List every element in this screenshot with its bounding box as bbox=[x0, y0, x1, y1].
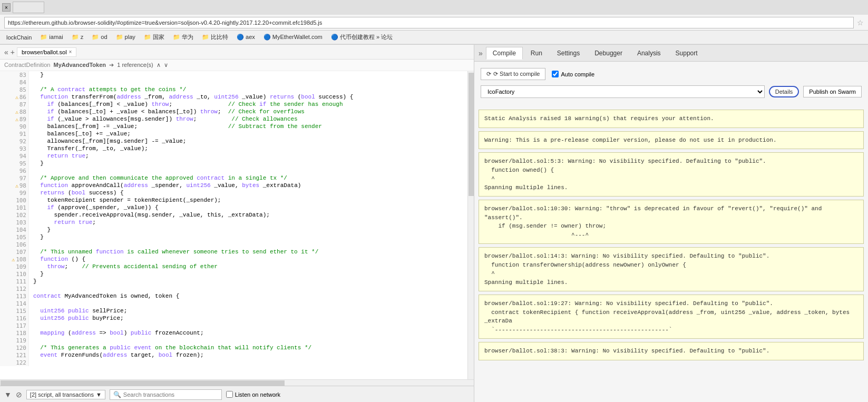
bookmark-guojia[interactable]: 📁 国家 bbox=[141, 32, 168, 42]
details-button[interactable]: Details bbox=[769, 86, 799, 97]
line-number-107: 107 bbox=[16, 249, 26, 256]
address-bar: ☆ bbox=[0, 15, 868, 31]
code-line-117: 117 bbox=[0, 322, 467, 329]
line-number-111: 111 bbox=[16, 278, 26, 285]
line-number-121: 121 bbox=[16, 352, 26, 359]
line-number-122: 122 bbox=[16, 359, 26, 366]
collapse-left-button[interactable]: « bbox=[4, 48, 8, 56]
horizontal-scrollbar[interactable] bbox=[0, 379, 474, 386]
line-text-90: balances[_from] -= _value; // Subtract f… bbox=[29, 123, 322, 130]
line-gutter-106: 106 bbox=[0, 241, 29, 248]
line-gutter-95: 95 bbox=[0, 160, 29, 167]
code-line-103: 103 return true; bbox=[0, 219, 467, 226]
start-compile-button[interactable]: ⟳ ⟳ Start to compile bbox=[481, 68, 545, 80]
bookmark-lockchain[interactable]: lockChain bbox=[3, 33, 35, 42]
visibility-warning-2-text: browser/ballot.sol:14:3: Warning: No vis… bbox=[484, 252, 858, 287]
tab-support[interactable]: Support bbox=[669, 47, 705, 60]
code-line-91: 91 balances[_to] += _value; bbox=[0, 130, 467, 138]
line-text-106 bbox=[29, 241, 33, 248]
code-line-104: 104 } bbox=[0, 226, 467, 233]
line-gutter-87: 87 bbox=[0, 101, 29, 108]
line-number-98: 98 bbox=[19, 182, 26, 189]
line-number-114: 114 bbox=[16, 300, 26, 307]
bookmark-bibite[interactable]: 📁 比比特 bbox=[199, 32, 231, 42]
bookmark-aex[interactable]: 🔵 aex bbox=[233, 33, 258, 42]
visibility-warning-4: browser/ballot.sol:38:3: Warning: No vis… bbox=[479, 342, 864, 360]
bookmark-play[interactable]: 📁 play bbox=[113, 33, 139, 42]
code-area: 83 }8485 /* A contract attempts to get t… bbox=[0, 71, 474, 379]
bookmark-od[interactable]: 📁 od bbox=[89, 33, 110, 42]
tab-settings[interactable]: Settings bbox=[550, 47, 587, 60]
line-number-116: 116 bbox=[16, 315, 26, 322]
bookmark-token-tutorial[interactable]: 🔵 代币创建教程 » 论坛 bbox=[328, 32, 396, 42]
line-gutter-102: 102 bbox=[0, 211, 29, 219]
prerelease-warning: Warning: This is a pre-release compiler … bbox=[479, 131, 864, 150]
visibility-warning-1-text: browser/ballot.sol:5:3: Warning: No visi… bbox=[484, 157, 858, 192]
code-line-111: 111} bbox=[0, 278, 467, 285]
bookmark-huawei[interactable]: 📁 华为 bbox=[170, 32, 197, 42]
h-scroll-thumb[interactable] bbox=[1, 380, 285, 386]
tab-analysis[interactable]: Analysis bbox=[630, 47, 668, 60]
listen-network-checkbox[interactable] bbox=[226, 391, 233, 398]
script-dropdown-icon[interactable]: ▼ bbox=[96, 391, 102, 398]
line-number-85: 85 bbox=[19, 86, 26, 93]
line-number-104: 104 bbox=[16, 227, 26, 233]
code-line-84: 84 bbox=[0, 79, 467, 86]
line-gutter-121: 121 bbox=[0, 351, 29, 359]
vertical-scrollbar[interactable] bbox=[467, 71, 474, 379]
publish-swarm-button[interactable]: Publish on Swarm bbox=[803, 86, 862, 97]
warning-icon-98: ⚠ bbox=[15, 183, 18, 189]
auto-compile-label: Auto compile bbox=[552, 71, 594, 77]
line-text-110: } bbox=[29, 270, 44, 278]
scrollbar-thumb[interactable] bbox=[469, 73, 474, 196]
right-panel-arrow[interactable]: » bbox=[479, 49, 483, 57]
line-gutter-101: 101 bbox=[0, 204, 29, 211]
stop-button[interactable]: ⊘ bbox=[16, 390, 22, 399]
line-text-85: /* A contract attempts to get the coins … bbox=[29, 86, 186, 93]
code-line-109: 109 throw; // Prevents accidental sendin… bbox=[0, 263, 467, 270]
line-text-99: returns (bool success) { bbox=[29, 189, 124, 197]
tab-close-button[interactable]: × bbox=[2, 3, 11, 12]
line-text-94: return true; bbox=[29, 152, 89, 160]
search-transactions-input[interactable] bbox=[123, 391, 218, 398]
line-gutter-84: 84 bbox=[0, 79, 29, 86]
line-text-107: /* This unnamed function is called whene… bbox=[29, 248, 318, 256]
code-line-120: 120 /* This generates a public event on … bbox=[0, 344, 467, 351]
line-number-100: 100 bbox=[16, 197, 26, 204]
tab-run[interactable]: Run bbox=[524, 47, 549, 60]
file-tab-close[interactable]: × bbox=[69, 49, 72, 55]
auto-compile-text: Auto compile bbox=[561, 71, 594, 77]
search-transactions-box[interactable]: 🔍 bbox=[110, 389, 222, 400]
add-file-button[interactable]: + bbox=[11, 48, 15, 56]
code-line-100: 100 tokenRecipient spender = tokenRecipi… bbox=[0, 197, 467, 204]
code-line-93: 93 Transfer(_from, _to, _value); bbox=[0, 145, 467, 152]
line-text-86: function transferFrom(address _from, add… bbox=[29, 93, 353, 101]
contract-selector[interactable]: IcoFactory bbox=[481, 85, 765, 98]
bookmark-star-icon[interactable]: ☆ bbox=[857, 18, 864, 27]
script-label: [2] script, all transactions bbox=[30, 391, 94, 398]
line-number-118: 118 bbox=[16, 330, 26, 337]
code-line-122: 122 bbox=[0, 359, 467, 366]
address-input[interactable] bbox=[4, 17, 854, 28]
line-text-122 bbox=[29, 359, 33, 366]
auto-compile-checkbox[interactable] bbox=[552, 71, 559, 77]
tab-compile[interactable]: Compile bbox=[486, 47, 523, 60]
empty-tab[interactable] bbox=[13, 2, 44, 13]
breadcrumb-down-icon[interactable]: ∨ bbox=[164, 62, 168, 68]
bookmark-iamai[interactable]: 📁 iamai bbox=[37, 33, 66, 42]
breadcrumb-up-icon[interactable]: ∧ bbox=[157, 62, 161, 68]
line-text-119 bbox=[29, 337, 33, 344]
line-number-117: 117 bbox=[16, 322, 26, 329]
file-tab-ballot[interactable]: browser/ballot.sol × bbox=[17, 47, 76, 57]
bottom-collapse-button[interactable]: ▼ bbox=[4, 390, 12, 399]
line-number-88: 88 bbox=[19, 109, 26, 115]
line-text-89: if (_value > allowances[msg.sender]) thr… bbox=[29, 115, 298, 123]
script-selector[interactable]: [2] script, all transactions ▼ bbox=[26, 390, 105, 399]
tab-debugger[interactable]: Debugger bbox=[588, 47, 629, 60]
line-text-100: tokenRecipient spender = tokenRecipient(… bbox=[29, 197, 221, 204]
bookmark-z[interactable]: 📁 z bbox=[69, 33, 87, 42]
code-line-110: 110 } bbox=[0, 270, 467, 278]
bookmark-myetherwallet[interactable]: 🔵 MyEtherWallet.com bbox=[260, 33, 326, 42]
line-gutter-85: 85 bbox=[0, 86, 29, 93]
code-lines: 83 }8485 /* A contract attempts to get t… bbox=[0, 71, 467, 379]
